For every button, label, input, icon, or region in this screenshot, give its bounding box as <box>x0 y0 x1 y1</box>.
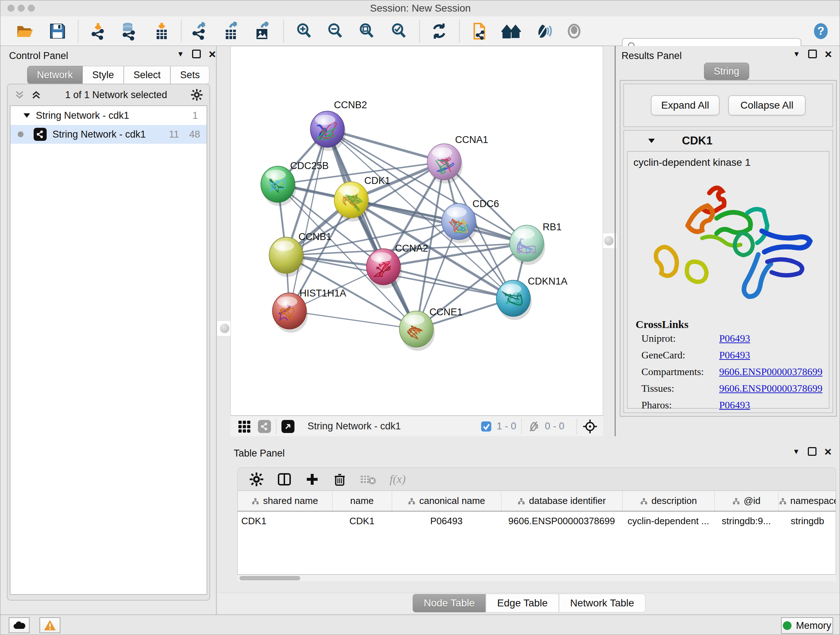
import-network-file-button[interactable] <box>88 21 108 41</box>
close-panel-icon[interactable]: × <box>825 50 832 58</box>
column-header[interactable]: description <box>622 491 714 511</box>
tab-network[interactable]: Network <box>27 66 82 84</box>
function-builder-button[interactable]: f(x) <box>390 472 406 486</box>
hidden-eye-slash-icon[interactable] <box>527 420 540 432</box>
zoom-selected-button[interactable] <box>389 21 409 41</box>
zoom-out-button[interactable] <box>325 21 346 41</box>
warnings-button[interactable] <box>39 617 60 633</box>
network-node-ccna1[interactable]: CCNA1 <box>427 134 488 184</box>
zoom-window-button[interactable] <box>28 5 35 11</box>
close-panel-icon[interactable]: × <box>209 50 216 58</box>
section-collapse-icon[interactable] <box>647 136 656 145</box>
table-cell[interactable]: CDK1 <box>332 511 392 531</box>
float-panel-icon[interactable] <box>192 50 201 58</box>
cloud-status-button[interactable] <box>9 617 30 633</box>
column-header[interactable]: canonical name <box>392 491 501 511</box>
collapse-all-icon[interactable] <box>14 89 25 100</box>
import-network-database-button[interactable] <box>118 21 139 41</box>
import-table-button[interactable] <box>152 21 172 41</box>
help-button[interactable]: ? <box>811 21 831 41</box>
close-panel-icon[interactable]: × <box>824 447 832 456</box>
crosslink-value-link[interactable]: P06493 <box>719 349 750 361</box>
zoom-in-button[interactable] <box>294 21 314 41</box>
network-collection-row[interactable]: String Network - cdk1 1 <box>11 106 207 125</box>
export-network-button[interactable] <box>189 21 210 41</box>
results-splitter-line[interactable] <box>615 46 616 436</box>
network-edge[interactable] <box>289 311 416 329</box>
table-hscrollbar[interactable] <box>237 575 836 581</box>
network-node-ccne1[interactable]: CCNE1 <box>399 307 463 351</box>
zoom-fit-button[interactable] <box>357 21 377 41</box>
network-node-cdkn1a[interactable]: CDKN1A <box>496 276 568 320</box>
tab-network-table[interactable]: Network Table <box>559 594 645 613</box>
table-cell[interactable]: cyclin-dependent ... <box>622 511 714 531</box>
open-session-button[interactable] <box>15 21 35 41</box>
expand-all-button[interactable]: Expand All <box>651 95 720 116</box>
birdseye-crosshair-icon[interactable] <box>582 418 598 434</box>
column-header[interactable]: @id <box>714 491 778 511</box>
network-edge[interactable] <box>289 129 327 311</box>
network-node-cdc25b[interactable]: CDC25B <box>261 160 329 206</box>
panel-menu-icon[interactable]: ▼ <box>793 50 800 58</box>
network-tab-content: 1 of 1 Network selected <box>7 84 210 600</box>
hide-glass-button[interactable] <box>532 21 553 41</box>
table-options-gear-icon[interactable] <box>249 472 264 486</box>
crosslink-value-link[interactable]: 9606.ENSP00000378699 <box>719 383 822 394</box>
network-row[interactable]: String Network - cdk1 11 48 <box>11 125 207 144</box>
selected-checkbox-icon[interactable] <box>480 420 493 432</box>
tab-edge-table[interactable]: Edge Table <box>486 594 559 613</box>
network-share-icon[interactable] <box>258 420 271 433</box>
network-graph[interactable]: CCNB2CCNA1CDC25BCDK1CDC6RB1CCNB1CCNA2CDK… <box>231 46 603 416</box>
tab-select[interactable]: Select <box>124 66 171 84</box>
shared-column-icon <box>640 497 648 505</box>
table-cell[interactable]: P06493 <box>392 511 501 531</box>
column-header[interactable]: name <box>332 491 392 511</box>
tab-node-table[interactable]: Node Table <box>412 594 486 613</box>
table-cell[interactable]: stringdb <box>778 511 836 531</box>
string-home-button[interactable] <box>501 21 521 41</box>
open-in-window-icon[interactable] <box>281 420 294 433</box>
close-window-button[interactable] <box>8 5 14 11</box>
column-header[interactable]: shared name <box>238 491 332 511</box>
network-edge[interactable] <box>327 129 416 329</box>
network-node-hist1h1a[interactable]: HIST1H1A <box>272 288 346 333</box>
grid-view-icon[interactable] <box>237 419 251 434</box>
crosslink-value-link[interactable]: 9606.ENSP00000378699 <box>719 366 822 378</box>
hscrollbar-thumb[interactable] <box>240 576 300 580</box>
minimize-window-button[interactable] <box>18 5 25 11</box>
tab-string[interactable]: String <box>704 63 749 80</box>
memory-button[interactable]: Memory <box>781 617 833 634</box>
apply-layout-button[interactable] <box>429 21 449 41</box>
node-section-header[interactable]: CDK1 <box>624 131 832 151</box>
table-row[interactable]: CDK1CDK1P064939606.ENSP00000378699cyclin… <box>238 511 836 531</box>
network-options-gear-icon[interactable] <box>191 89 203 101</box>
tab-sets[interactable]: Sets <box>171 66 210 84</box>
crosslink-value-link[interactable]: P06493 <box>719 399 750 411</box>
show-glass-button[interactable] <box>564 21 584 41</box>
show-columns-icon[interactable] <box>277 472 292 487</box>
table-cell[interactable]: CDK1 <box>238 511 332 531</box>
save-session-button[interactable] <box>47 21 68 41</box>
network-from-file-button[interactable] <box>469 21 489 41</box>
tab-style[interactable]: Style <box>82 66 124 84</box>
table-cell[interactable]: stringdb:9... <box>714 511 778 531</box>
add-column-icon[interactable] <box>305 472 319 486</box>
float-panel-icon[interactable] <box>808 447 816 456</box>
expand-all-icon[interactable] <box>31 89 42 100</box>
column-header[interactable]: database identifier <box>501 491 622 511</box>
tree-expand-icon[interactable] <box>23 111 31 119</box>
network-node-rb1[interactable]: RB1 <box>510 222 562 265</box>
export-table-button[interactable] <box>221 21 241 41</box>
collapse-all-button[interactable]: Collapse All <box>728 95 806 116</box>
table-cell[interactable]: 9606.ENSP00000378699 <box>501 511 622 531</box>
column-header[interactable]: namespace <box>778 491 836 511</box>
panel-menu-icon[interactable]: ▼ <box>177 50 184 58</box>
panel-menu-icon[interactable]: ▼ <box>793 448 800 456</box>
network-node-cdc6[interactable]: CDC6 <box>442 198 499 243</box>
network-node-ccnb2[interactable]: CCNB2 <box>310 100 367 151</box>
float-panel-icon[interactable] <box>808 50 817 58</box>
export-image-button[interactable] <box>252 21 272 41</box>
network-canvas[interactable]: CCNB2CCNA1CDC25BCDK1CDC6RB1CCNB1CCNA2CDK… <box>231 46 603 416</box>
delete-column-icon[interactable] <box>332 472 347 486</box>
crosslink-value-link[interactable]: P06493 <box>719 333 750 344</box>
